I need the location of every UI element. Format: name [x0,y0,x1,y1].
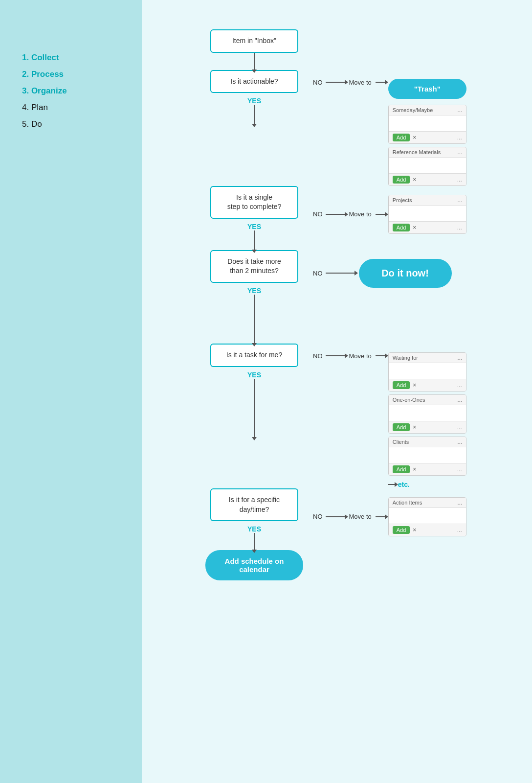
oneonone-header: One-on-Ones ... [389,395,466,405]
projects-add-btn[interactable]: Add [393,224,410,231]
projects-title: Projects [393,197,412,203]
calendar-label: Add schedule on calendar [225,557,284,574]
q4-label: Is it a task for me? [226,351,282,359]
action-items-add-btn[interactable]: Add [393,526,410,534]
reference-dots: ... [458,149,462,155]
do-now-label: Do it now! [381,268,429,278]
clients-title: Clients [393,439,409,445]
waiting-title: Waiting for [393,355,418,361]
waiting-x-btn[interactable]: × [413,382,416,389]
waiting-panel: Waiting for ... Add × ... [388,352,466,392]
reference-more-btn[interactable]: ... [457,176,462,183]
q2-box: Is it a singlestep to complete? [210,186,298,219]
projects-more-btn[interactable]: ... [457,224,462,231]
clients-panel: Clients ... Add × ... [388,437,466,476]
action-items-panel: Action Items ... Add × ... [388,497,466,536]
etc-label: etc. [398,481,410,488]
reference-header: Reference Materials ... [389,147,466,158]
yes-label-4: YES [247,371,261,379]
waiting-header: Waiting for ... [389,353,466,363]
waiting-dots: ... [458,355,462,361]
sidebar-item: 3. Organize [22,86,122,96]
yes-label-5: YES [247,525,261,533]
clients-more-btn[interactable]: ... [457,466,462,473]
sidebar-item: 5. Do [22,119,122,129]
action-items-more-btn[interactable]: ... [457,527,462,533]
oneonone-panel: One-on-Ones ... Add × ... [388,394,466,434]
q5-label: Is it for a specificday/time? [229,496,280,513]
trash-label: "Trash" [414,85,441,93]
q3-box: Does it take morethan 2 minutes? [210,250,298,283]
oneonone-more-btn[interactable]: ... [457,424,462,431]
q3-label: Does it take morethan 2 minutes? [227,257,281,275]
main-content: Item in "Inbox" Is it actionable? YES NO… [142,0,532,783]
someday-header: Someday/Maybe ... [389,105,466,115]
q2-label: Is it a singlestep to complete? [227,193,282,211]
action-items-title: Action Items [393,500,422,506]
no-label-2: NO [313,210,323,218]
action-items-header: Action Items ... [389,498,466,508]
sidebar: 1. Collect2. Process3. Organize4. Plan5.… [0,0,142,783]
q1-label: Is it actionable? [230,77,278,85]
flowchart: Item in "Inbox" Is it actionable? YES NO… [156,29,517,580]
sidebar-item: 4. Plan [22,103,122,113]
reference-panel: Reference Materials ... Add × ... [388,147,466,186]
oneonone-add-btn[interactable]: Add [393,423,410,431]
q5-box: Is it for a specificday/time? [210,488,298,521]
yes-label-1: YES [247,97,261,105]
sidebar-item: 1. Collect [22,53,122,63]
oneonone-dots: ... [458,397,462,403]
someday-panel: Someday/Maybe ... Add × ... [388,105,466,144]
trash-button[interactable]: "Trash" [388,79,466,99]
move-to-4: Move to [349,352,372,360]
someday-title: Someday/Maybe [393,107,433,113]
action-items-dots: ... [458,500,462,506]
reference-add-btn[interactable]: Add [393,176,410,184]
sidebar-item: 2. Process [22,69,122,79]
move-to-5: Move to [349,513,372,520]
calendar-button[interactable]: Add schedule on calendar [205,550,303,580]
someday-more-btn[interactable]: ... [457,134,462,141]
clients-add-btn[interactable]: Add [393,465,410,473]
oneonone-x-btn[interactable]: × [413,424,416,431]
someday-dots: ... [458,107,462,113]
move-to-2: Move to [349,210,372,218]
someday-add-btn[interactable]: Add [393,134,410,141]
no-label-4: NO [313,352,323,360]
no-label-1: NO [313,79,323,86]
clients-x-btn[interactable]: × [413,466,416,473]
projects-dots: ... [458,197,462,203]
projects-header: Projects ... [389,195,466,206]
projects-x-btn[interactable]: × [413,224,416,231]
inbox-label: Item in "Inbox" [232,37,276,45]
yes-label-3: YES [247,287,261,295]
oneonone-title: One-on-Ones [393,397,425,403]
inbox-box: Item in "Inbox" [210,29,298,53]
waiting-add-btn[interactable]: Add [393,381,410,389]
clients-header: Clients ... [389,437,466,447]
someday-x-btn[interactable]: × [413,134,416,141]
yes-label-2: YES [247,223,261,230]
do-now-button[interactable]: Do it now! [359,259,452,288]
move-to-1: Move to [349,79,372,86]
q4-box: Is it a task for me? [210,344,298,367]
reference-title: Reference Materials [393,149,441,155]
q1-box: Is it actionable? [210,70,298,93]
no-label-5: NO [313,513,323,520]
waiting-more-btn[interactable]: ... [457,382,462,389]
projects-panel: Projects ... Add × ... [388,195,466,234]
no-label-3: NO [313,270,323,277]
reference-x-btn[interactable]: × [413,176,416,183]
action-items-x-btn[interactable]: × [413,527,416,533]
clients-dots: ... [458,439,462,445]
